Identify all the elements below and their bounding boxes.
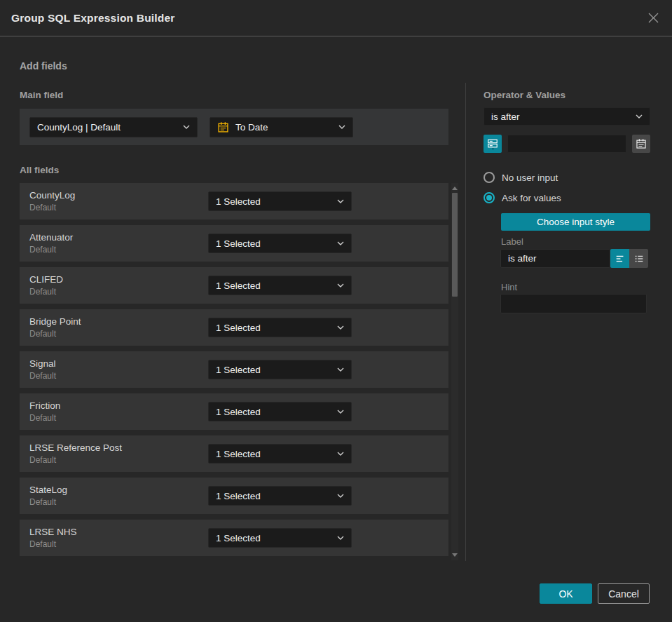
field-labels: Attenuator Default bbox=[20, 232, 73, 255]
field-subtitle: Default bbox=[29, 203, 75, 212]
hint-input[interactable] bbox=[500, 294, 647, 313]
panel-divider bbox=[465, 83, 466, 561]
dialog-title: Group SQL Expression Builder bbox=[11, 12, 175, 25]
field-selected-value: 1 Selected bbox=[216, 196, 261, 207]
main-field-panel: CountyLog | Default To Date bbox=[20, 109, 448, 145]
date-select-value: To Date bbox=[235, 122, 268, 133]
chevron-down-icon bbox=[337, 199, 344, 203]
radio-no-user-input[interactable]: No user input bbox=[484, 172, 558, 183]
chevron-down-icon bbox=[337, 241, 344, 245]
field-selected-value: 1 Selected bbox=[216, 238, 261, 249]
field-name: Bridge Point bbox=[29, 316, 81, 327]
field-name: CLIFED bbox=[29, 274, 63, 285]
field-selected-dropdown[interactable]: 1 Selected bbox=[208, 444, 352, 464]
titlebar: Group SQL Expression Builder bbox=[0, 0, 672, 36]
chevron-down-icon bbox=[337, 536, 344, 540]
field-subtitle: Default bbox=[29, 287, 63, 297]
group-sql-expression-builder-dialog: Group SQL Expression Builder Add fields … bbox=[0, 0, 672, 622]
field-labels: CLIFED Default bbox=[20, 274, 63, 297]
field-selected-value: 1 Selected bbox=[216, 533, 261, 543]
main-field-select[interactable]: CountyLog | Default bbox=[29, 117, 198, 137]
chevron-down-icon bbox=[337, 367, 344, 372]
scrollbar-thumb[interactable] bbox=[452, 193, 458, 297]
field-labels: CountyLog Default bbox=[20, 190, 75, 212]
field-subtitle: Default bbox=[29, 497, 67, 507]
field-selected-value: 1 Selected bbox=[216, 365, 261, 375]
list-style-button[interactable] bbox=[629, 249, 648, 268]
operator-values-heading: Operator & Values bbox=[484, 90, 565, 100]
chevron-down-icon bbox=[337, 494, 344, 498]
field-row: Friction Default 1 Selected bbox=[20, 393, 448, 430]
field-name: StateLog bbox=[29, 485, 67, 495]
label-input[interactable] bbox=[500, 249, 610, 268]
radio-circle-icon bbox=[484, 172, 495, 183]
field-labels: LRSE Reference Post Default bbox=[20, 442, 122, 465]
ask-for-values-label: Ask for values bbox=[502, 193, 561, 203]
field-subtitle: Default bbox=[29, 245, 73, 255]
field-selected-dropdown[interactable]: 1 Selected bbox=[208, 402, 352, 421]
scroll-down-icon[interactable] bbox=[452, 553, 458, 557]
main-field-select-value: CountyLog | Default bbox=[37, 122, 121, 133]
chevron-down-icon bbox=[337, 325, 344, 330]
chevron-down-icon bbox=[183, 125, 190, 129]
bulleted-list-icon bbox=[633, 253, 645, 264]
field-row: LRSE NHS Default 1 Selected bbox=[20, 520, 448, 556]
ok-button[interactable]: OK bbox=[540, 583, 592, 604]
field-subtitle: Default bbox=[29, 539, 77, 549]
value-input[interactable] bbox=[507, 135, 626, 153]
field-labels: Signal Default bbox=[20, 358, 56, 381]
operator-select[interactable]: is after bbox=[484, 107, 650, 126]
label-heading: Label bbox=[501, 236, 523, 247]
field-name: CountyLog bbox=[29, 190, 75, 201]
radio-ask-for-values[interactable]: Ask for values bbox=[484, 192, 561, 203]
operator-select-value: is after bbox=[491, 111, 520, 122]
field-subtitle: Default bbox=[29, 329, 81, 339]
date-picker-button[interactable] bbox=[632, 135, 650, 153]
cancel-button[interactable]: Cancel bbox=[598, 583, 650, 604]
value-list-button[interactable] bbox=[484, 135, 502, 153]
scroll-up-icon[interactable] bbox=[452, 187, 458, 190]
field-labels: Bridge Point Default bbox=[20, 316, 81, 339]
field-row: StateLog Default 1 Selected bbox=[20, 478, 448, 514]
field-selected-dropdown[interactable]: 1 Selected bbox=[208, 318, 352, 337]
no-user-input-label: No user input bbox=[502, 173, 558, 183]
field-selected-dropdown[interactable]: 1 Selected bbox=[208, 528, 352, 548]
field-subtitle: Default bbox=[29, 413, 60, 423]
field-name: LRSE Reference Post bbox=[29, 442, 122, 453]
chevron-down-icon bbox=[338, 125, 345, 129]
field-selected-value: 1 Selected bbox=[216, 491, 261, 501]
chevron-down-icon bbox=[337, 283, 344, 288]
fields-scrollbar[interactable] bbox=[451, 183, 458, 560]
main-field-heading: Main field bbox=[20, 90, 63, 100]
field-selected-dropdown[interactable]: 1 Selected bbox=[208, 191, 352, 211]
field-selected-dropdown[interactable]: 1 Selected bbox=[208, 234, 352, 253]
field-selected-value: 1 Selected bbox=[216, 449, 261, 459]
text-style-button[interactable] bbox=[610, 249, 629, 268]
field-name: LRSE NHS bbox=[29, 527, 77, 537]
field-labels: StateLog Default bbox=[20, 485, 67, 507]
field-subtitle: Default bbox=[29, 371, 56, 381]
field-row: CountyLog Default 1 Selected bbox=[20, 183, 448, 219]
radio-selected-icon bbox=[484, 192, 495, 203]
field-row: Attenuator Default 1 Selected bbox=[20, 225, 448, 262]
close-icon[interactable] bbox=[645, 11, 661, 26]
field-row: Bridge Point Default 1 Selected bbox=[20, 309, 448, 346]
field-labels: LRSE NHS Default bbox=[20, 527, 77, 549]
add-fields-heading: Add fields bbox=[20, 60, 67, 72]
stacked-list-icon bbox=[487, 138, 498, 149]
date-field-select[interactable]: To Date bbox=[210, 117, 353, 137]
field-selected-dropdown[interactable]: 1 Selected bbox=[208, 360, 352, 379]
field-selected-dropdown[interactable]: 1 Selected bbox=[208, 276, 352, 295]
field-selected-value: 1 Selected bbox=[216, 323, 261, 333]
field-selected-dropdown[interactable]: 1 Selected bbox=[208, 486, 352, 506]
field-row: Signal Default 1 Selected bbox=[20, 351, 448, 388]
field-name: Friction bbox=[29, 400, 60, 411]
field-subtitle: Default bbox=[29, 455, 122, 465]
choose-input-style-button[interactable]: Choose input style bbox=[501, 213, 650, 231]
field-labels: Friction Default bbox=[20, 400, 60, 423]
all-fields-heading: All fields bbox=[20, 165, 59, 175]
calendar-icon bbox=[217, 121, 229, 133]
chevron-down-icon bbox=[636, 114, 643, 119]
field-name: Signal bbox=[29, 358, 56, 369]
align-left-icon bbox=[615, 253, 626, 264]
